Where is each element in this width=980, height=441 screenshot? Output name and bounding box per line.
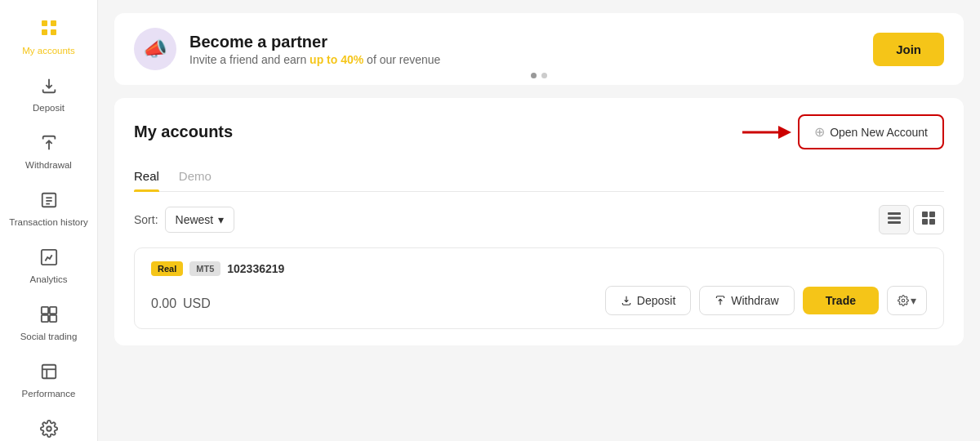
banner-subtitle-before: Invite a friend and earn (189, 53, 310, 66)
open-new-label: Open New Account (830, 126, 928, 139)
account-id: 102336219 (227, 262, 284, 275)
open-new-account-button[interactable]: ⊕ Open New Account (798, 114, 944, 149)
deposit-button[interactable]: Deposit (605, 286, 691, 315)
svg-rect-2 (42, 29, 47, 35)
svg-rect-25 (929, 219, 935, 225)
accounts-header: My accounts ⊕ Open New Account (134, 114, 944, 149)
banner-icon: 📣 (134, 28, 176, 70)
banner-text: Become a partner Invite a friend and ear… (189, 33, 860, 66)
svg-rect-24 (922, 219, 928, 225)
withdraw-label: Withdraw (731, 294, 778, 307)
badge-mt5: MT5 (189, 261, 220, 276)
banner-subtitle-highlight: up to 40% (310, 53, 363, 66)
sidebar-item-transaction-history[interactable]: Transaction history (0, 181, 97, 238)
svg-rect-20 (888, 217, 901, 220)
sort-dropdown[interactable]: Newest ▾ (165, 207, 235, 233)
balance-whole: 0 (151, 296, 158, 310)
svg-rect-10 (49, 307, 56, 314)
sidebar-item-label: Transaction history (9, 216, 88, 229)
trade-button[interactable]: Trade (803, 287, 879, 314)
svg-rect-21 (888, 221, 901, 224)
balance-currency: USD (183, 296, 211, 310)
sidebar-item-analytics[interactable]: Analytics (0, 238, 97, 296)
banner-subtitle-after: of our revenue (363, 53, 440, 66)
grid-view-button[interactable] (913, 205, 944, 234)
sidebar-item-deposit[interactable]: Deposit (0, 67, 97, 124)
chevron-down-icon: ▾ (911, 294, 916, 307)
account-card-top: Real MT5 102336219 (151, 261, 927, 276)
red-arrow (742, 120, 791, 145)
account-settings-button[interactable]: ▾ (887, 286, 927, 315)
deposit-label: Deposit (637, 294, 675, 307)
banner-subtitle: Invite a friend and earn up to 40% of ou… (189, 53, 860, 66)
join-button[interactable]: Join (873, 33, 944, 66)
sidebar-item-social-trading[interactable]: Social trading (0, 296, 97, 353)
accounts-section: My accounts ⊕ Open New Account Real Demo (114, 98, 964, 345)
dot-2 (541, 73, 547, 78)
dot-1 (531, 73, 537, 78)
plus-icon: ⊕ (814, 124, 825, 140)
svg-rect-22 (922, 212, 928, 217)
sidebar-item-my-accounts[interactable]: My accounts (0, 8, 97, 67)
svg-rect-23 (929, 212, 935, 217)
sidebar-item-label: Performance (22, 388, 76, 400)
social-trading-icon (40, 305, 58, 327)
accounts-title: My accounts (134, 122, 233, 141)
sidebar-item-label: Analytics (29, 274, 67, 286)
chevron-down-icon: ▾ (218, 213, 224, 226)
sort-label: Sort: (134, 213, 158, 226)
badge-real: Real (151, 261, 183, 276)
svg-marker-18 (778, 126, 791, 139)
account-card-bottom: 0.00 USD Deposit Withdraw Trade (151, 286, 927, 315)
sort-value: Newest (176, 213, 214, 226)
svg-rect-12 (49, 315, 56, 322)
grid-icon (39, 18, 59, 41)
svg-rect-13 (42, 364, 56, 378)
list-view-button[interactable] (879, 205, 910, 234)
sidebar: My accounts Deposit Withdrawal Transacti… (0, 0, 98, 441)
sidebar-item-withdrawal[interactable]: Withdrawal (0, 124, 97, 181)
withdrawal-icon (40, 134, 58, 155)
settings-icon (40, 420, 58, 441)
analytics-icon (40, 248, 58, 270)
svg-point-16 (47, 426, 51, 431)
history-icon (40, 191, 58, 212)
account-card: Real MT5 102336219 0.00 USD Deposit With (134, 247, 944, 329)
account-tabs: Real Demo (134, 163, 944, 192)
svg-rect-9 (41, 307, 47, 314)
banner-dots (531, 73, 547, 78)
svg-rect-11 (41, 315, 47, 322)
svg-rect-3 (51, 29, 56, 35)
tab-real[interactable]: Real (134, 163, 159, 191)
svg-rect-19 (888, 212, 901, 215)
sort-row: Sort: Newest ▾ (134, 205, 944, 234)
sidebar-item-performance[interactable]: Performance (0, 353, 97, 410)
account-balance: 0.00 USD (151, 287, 211, 314)
sidebar-item-label: Deposit (33, 102, 65, 114)
deposit-icon (40, 77, 58, 98)
account-actions: Deposit Withdraw Trade ▾ (605, 286, 927, 315)
tab-demo[interactable]: Demo (179, 163, 212, 191)
banner-title: Become a partner (189, 33, 860, 51)
partner-banner: 📣 Become a partner Invite a friend and e… (114, 13, 964, 85)
arrow-container: ⊕ Open New Account (742, 114, 944, 149)
balance-decimal: .00 (158, 296, 176, 310)
sidebar-item-label: My accounts (22, 45, 75, 57)
svg-point-26 (902, 299, 905, 302)
sidebar-item-settings[interactable]: Settings (0, 410, 97, 441)
svg-rect-0 (42, 20, 47, 26)
view-toggles (879, 205, 944, 234)
sidebar-item-label: Social trading (20, 331, 78, 343)
performance-icon (40, 363, 58, 384)
svg-rect-8 (41, 250, 56, 265)
sidebar-item-label: Withdrawal (25, 159, 72, 172)
main-content: 📣 Become a partner Invite a friend and e… (98, 0, 980, 441)
withdraw-button[interactable]: Withdraw (699, 286, 794, 315)
svg-rect-1 (51, 20, 56, 26)
